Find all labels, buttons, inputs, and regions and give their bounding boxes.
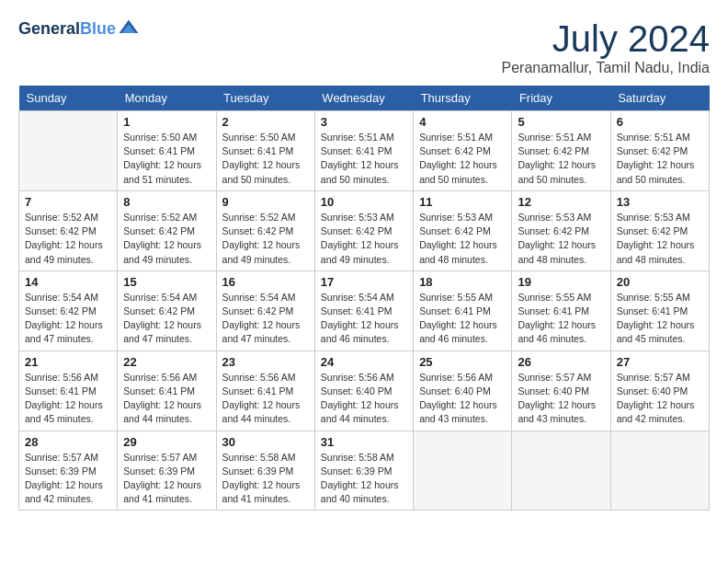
calendar-cell: 20Sunrise: 5:55 AM Sunset: 6:41 PM Dayli… <box>610 270 709 350</box>
calendar-cell: 23Sunrise: 5:56 AM Sunset: 6:41 PM Dayli… <box>216 350 314 431</box>
day-number: 15 <box>123 275 210 289</box>
day-number: 28 <box>25 435 111 449</box>
day-number: 8 <box>123 195 210 209</box>
weekday-header: Tuesday <box>216 86 314 111</box>
calendar-cell: 24Sunrise: 5:56 AM Sunset: 6:40 PM Dayli… <box>314 350 413 431</box>
calendar-cell <box>414 431 512 511</box>
calendar-cell: 9Sunrise: 5:52 AM Sunset: 6:42 PM Daylig… <box>216 190 314 270</box>
day-number: 4 <box>419 115 506 129</box>
day-number: 22 <box>123 355 210 369</box>
day-number: 31 <box>321 435 407 449</box>
day-number: 17 <box>321 275 407 289</box>
calendar-cell: 12Sunrise: 5:53 AM Sunset: 6:42 PM Dayli… <box>512 190 610 270</box>
day-info: Sunrise: 5:57 AM Sunset: 6:39 PM Dayligh… <box>123 451 210 507</box>
day-number: 20 <box>617 275 703 289</box>
day-number: 19 <box>518 275 604 289</box>
day-info: Sunrise: 5:53 AM Sunset: 6:42 PM Dayligh… <box>617 211 703 267</box>
calendar-cell <box>610 431 709 511</box>
day-number: 16 <box>222 275 309 289</box>
day-info: Sunrise: 5:56 AM Sunset: 6:41 PM Dayligh… <box>222 371 309 427</box>
calendar-week-row: 21Sunrise: 5:56 AM Sunset: 6:41 PM Dayli… <box>19 350 710 431</box>
weekday-header: Sunday <box>19 86 118 111</box>
calendar-header-row: SundayMondayTuesdayWednesdayThursdayFrid… <box>19 86 710 111</box>
calendar-cell: 22Sunrise: 5:56 AM Sunset: 6:41 PM Dayli… <box>118 350 216 431</box>
calendar-cell: 21Sunrise: 5:56 AM Sunset: 6:41 PM Dayli… <box>19 350 118 431</box>
calendar-week-row: 28Sunrise: 5:57 AM Sunset: 6:39 PM Dayli… <box>19 431 710 511</box>
calendar-cell: 2Sunrise: 5:50 AM Sunset: 6:41 PM Daylig… <box>216 111 314 191</box>
day-info: Sunrise: 5:58 AM Sunset: 6:39 PM Dayligh… <box>321 451 407 507</box>
day-number: 5 <box>518 115 604 129</box>
calendar-cell: 19Sunrise: 5:55 AM Sunset: 6:41 PM Dayli… <box>512 270 610 350</box>
calendar-cell: 7Sunrise: 5:52 AM Sunset: 6:42 PM Daylig… <box>19 190 118 270</box>
calendar-cell: 8Sunrise: 5:52 AM Sunset: 6:42 PM Daylig… <box>118 190 216 270</box>
calendar-cell: 29Sunrise: 5:57 AM Sunset: 6:39 PM Dayli… <box>118 431 216 511</box>
day-number: 10 <box>321 195 407 209</box>
day-info: Sunrise: 5:56 AM Sunset: 6:41 PM Dayligh… <box>25 371 111 427</box>
calendar-week-row: 7Sunrise: 5:52 AM Sunset: 6:42 PM Daylig… <box>19 190 710 270</box>
day-number: 3 <box>321 115 407 129</box>
calendar-cell: 15Sunrise: 5:54 AM Sunset: 6:42 PM Dayli… <box>118 270 216 350</box>
calendar-week-row: 1Sunrise: 5:50 AM Sunset: 6:41 PM Daylig… <box>19 111 710 191</box>
day-info: Sunrise: 5:52 AM Sunset: 6:42 PM Dayligh… <box>25 211 111 267</box>
calendar-cell: 1Sunrise: 5:50 AM Sunset: 6:41 PM Daylig… <box>118 111 216 191</box>
day-number: 21 <box>25 355 111 369</box>
calendar-cell: 17Sunrise: 5:54 AM Sunset: 6:41 PM Dayli… <box>314 270 413 350</box>
day-number: 9 <box>222 195 309 209</box>
day-number: 23 <box>222 355 309 369</box>
day-info: Sunrise: 5:57 AM Sunset: 6:39 PM Dayligh… <box>25 451 111 507</box>
calendar-cell: 25Sunrise: 5:56 AM Sunset: 6:40 PM Dayli… <box>414 350 512 431</box>
day-info: Sunrise: 5:57 AM Sunset: 6:40 PM Dayligh… <box>518 371 604 427</box>
calendar-cell: 16Sunrise: 5:54 AM Sunset: 6:42 PM Dayli… <box>216 270 314 350</box>
logo: GeneralBlue <box>18 18 140 40</box>
calendar-cell: 5Sunrise: 5:51 AM Sunset: 6:42 PM Daylig… <box>512 111 610 191</box>
calendar-cell: 27Sunrise: 5:57 AM Sunset: 6:40 PM Dayli… <box>610 350 709 431</box>
day-number: 25 <box>419 355 506 369</box>
calendar-cell: 10Sunrise: 5:53 AM Sunset: 6:42 PM Dayli… <box>314 190 413 270</box>
day-info: Sunrise: 5:56 AM Sunset: 6:41 PM Dayligh… <box>123 371 210 427</box>
day-info: Sunrise: 5:51 AM Sunset: 6:42 PM Dayligh… <box>617 131 703 187</box>
day-info: Sunrise: 5:53 AM Sunset: 6:42 PM Dayligh… <box>321 211 407 267</box>
day-info: Sunrise: 5:53 AM Sunset: 6:42 PM Dayligh… <box>518 211 604 267</box>
day-number: 12 <box>518 195 604 209</box>
day-number: 29 <box>123 435 210 449</box>
title-block: July 2024 Peranamallur, Tamil Nadu, Indi… <box>502 18 711 76</box>
day-info: Sunrise: 5:54 AM Sunset: 6:42 PM Dayligh… <box>123 291 210 347</box>
day-info: Sunrise: 5:53 AM Sunset: 6:42 PM Dayligh… <box>419 211 506 267</box>
day-number: 2 <box>222 115 309 129</box>
day-info: Sunrise: 5:52 AM Sunset: 6:42 PM Dayligh… <box>123 211 210 267</box>
day-number: 7 <box>25 195 111 209</box>
calendar-cell: 18Sunrise: 5:55 AM Sunset: 6:41 PM Dayli… <box>414 270 512 350</box>
day-info: Sunrise: 5:51 AM Sunset: 6:41 PM Dayligh… <box>321 131 407 187</box>
day-number: 24 <box>321 355 407 369</box>
day-info: Sunrise: 5:55 AM Sunset: 6:41 PM Dayligh… <box>518 291 604 347</box>
day-info: Sunrise: 5:54 AM Sunset: 6:42 PM Dayligh… <box>25 291 111 347</box>
calendar-week-row: 14Sunrise: 5:54 AM Sunset: 6:42 PM Dayli… <box>19 270 710 350</box>
day-number: 27 <box>617 355 703 369</box>
day-info: Sunrise: 5:55 AM Sunset: 6:41 PM Dayligh… <box>419 291 506 347</box>
calendar-cell: 31Sunrise: 5:58 AM Sunset: 6:39 PM Dayli… <box>314 431 413 511</box>
day-info: Sunrise: 5:51 AM Sunset: 6:42 PM Dayligh… <box>419 131 506 187</box>
calendar-cell: 13Sunrise: 5:53 AM Sunset: 6:42 PM Dayli… <box>610 190 709 270</box>
day-number: 14 <box>25 275 111 289</box>
weekday-header: Saturday <box>610 86 709 111</box>
page-header: GeneralBlue July 2024 Peranamallur, Tami… <box>18 18 710 76</box>
day-info: Sunrise: 5:52 AM Sunset: 6:42 PM Dayligh… <box>222 211 309 267</box>
day-info: Sunrise: 5:51 AM Sunset: 6:42 PM Dayligh… <box>518 131 604 187</box>
day-number: 30 <box>222 435 309 449</box>
calendar-cell: 11Sunrise: 5:53 AM Sunset: 6:42 PM Dayli… <box>414 190 512 270</box>
day-number: 26 <box>518 355 604 369</box>
location-subtitle: Peranamallur, Tamil Nadu, India <box>502 60 711 76</box>
calendar-cell: 26Sunrise: 5:57 AM Sunset: 6:40 PM Dayli… <box>512 350 610 431</box>
weekday-header: Friday <box>512 86 610 111</box>
day-number: 18 <box>419 275 506 289</box>
day-info: Sunrise: 5:50 AM Sunset: 6:41 PM Dayligh… <box>222 131 309 187</box>
day-number: 6 <box>617 115 703 129</box>
day-info: Sunrise: 5:57 AM Sunset: 6:40 PM Dayligh… <box>617 371 703 427</box>
month-title: July 2024 <box>502 18 711 60</box>
calendar-cell: 4Sunrise: 5:51 AM Sunset: 6:42 PM Daylig… <box>414 111 512 191</box>
day-info: Sunrise: 5:54 AM Sunset: 6:42 PM Dayligh… <box>222 291 309 347</box>
day-info: Sunrise: 5:56 AM Sunset: 6:40 PM Dayligh… <box>321 371 407 427</box>
weekday-header: Thursday <box>414 86 512 111</box>
day-number: 1 <box>123 115 210 129</box>
logo-text: GeneralBlue <box>18 19 116 40</box>
